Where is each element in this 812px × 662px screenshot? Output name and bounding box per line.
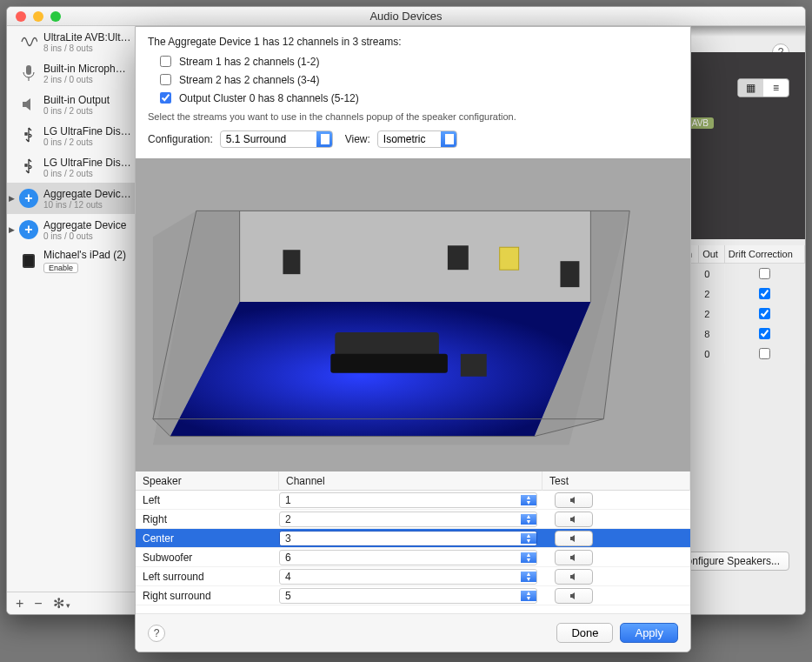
disclosure-triangle-icon[interactable]: ▶ xyxy=(9,194,15,203)
stream-checkbox[interactable] xyxy=(160,56,171,67)
channel-value: 4 xyxy=(280,571,521,583)
stepper-caret-icon[interactable]: ▲▼ xyxy=(521,572,536,582)
svg-rect-2 xyxy=(24,256,33,266)
test-speaker-button[interactable] xyxy=(555,512,593,527)
configuration-select[interactable]: 5.1 Surround xyxy=(220,130,333,148)
grid-view-icon[interactable]: ▦ xyxy=(738,79,763,97)
device-name: UltraLite AVB:UltraLite xyxy=(43,31,131,43)
speaker-row[interactable]: Right2▲▼ xyxy=(136,510,690,529)
device-name: Michael's iPad (2) xyxy=(43,249,126,261)
view-mode-toggle[interactable]: ▦ ≡ xyxy=(737,78,789,97)
channel-select[interactable]: 4▲▼ xyxy=(279,569,537,585)
device-list-item[interactable]: Built-in Output0 ins / 2 outs xyxy=(7,89,136,120)
usb-icon xyxy=(19,157,38,177)
channel-select[interactable]: 5▲▼ xyxy=(279,588,537,604)
speaker-row[interactable]: Right surround5▲▼ xyxy=(136,586,690,605)
test-speaker-button[interactable] xyxy=(555,588,593,604)
speaker-configuration-sheet: The Aggregate Device 1 has 12 channels i… xyxy=(135,26,691,652)
table-row[interactable]: 02 xyxy=(681,304,805,324)
device-actions-menu[interactable]: ✻ xyxy=(53,595,70,612)
channel-select[interactable]: 2▲▼ xyxy=(279,512,537,527)
remove-device-button[interactable]: − xyxy=(34,596,42,612)
device-name: LG UltraFine Display xyxy=(43,125,131,137)
speaker-name-cell: Right xyxy=(136,513,279,525)
device-list-item[interactable]: ▶+Aggregate Device0 ins / 0 outs xyxy=(7,214,136,245)
out-cell: 2 xyxy=(699,304,725,324)
device-io-text: 10 ins / 12 outs xyxy=(43,200,131,210)
device-name: LG UltraFine Display xyxy=(43,157,131,169)
test-speaker-button[interactable] xyxy=(555,569,593,585)
device-io-text: 0 ins / 0 outs xyxy=(43,231,126,241)
stepper-caret-icon[interactable]: ▲▼ xyxy=(521,591,536,601)
drift-checkbox[interactable] xyxy=(759,328,770,339)
speaker-name-cell: Left surround xyxy=(136,571,279,583)
wave-icon xyxy=(19,32,38,51)
sheet-heading: The Aggregate Device 1 has 12 channels i… xyxy=(148,36,678,48)
sheet-help-button[interactable]: ? xyxy=(148,625,165,642)
usb-icon xyxy=(19,126,38,145)
col-speaker[interactable]: Speaker xyxy=(136,471,279,491)
device-io-text: 0 ins / 2 outs xyxy=(43,106,110,116)
sidebar-action-bar: + − ✻ xyxy=(7,592,136,614)
speaker-row[interactable]: Center3▲▼ xyxy=(136,529,690,548)
device-list: UltraLite AVB:UltraLite8 ins / 8 outsBui… xyxy=(7,26,136,592)
view-select[interactable]: Isometric xyxy=(377,130,457,148)
table-row[interactable]: 20 xyxy=(681,264,805,284)
list-view-icon[interactable]: ≡ xyxy=(763,79,789,97)
device-io-text: 2 ins / 0 outs xyxy=(43,75,131,84)
mic-icon xyxy=(19,64,38,83)
disclosure-triangle-icon[interactable]: ▶ xyxy=(9,225,15,234)
speaker-room-3d-view[interactable] xyxy=(136,158,690,471)
device-list-item[interactable]: LG UltraFine Display0 ins / 2 outs xyxy=(7,151,136,183)
stream-checkbox[interactable] xyxy=(160,92,171,104)
device-list-item[interactable]: LG UltraFine Display0 ins / 2 outs xyxy=(7,120,136,151)
test-speaker-button[interactable] xyxy=(555,492,593,508)
enable-device-button[interactable]: Enable xyxy=(43,263,78,273)
device-io-text: 0 ins / 2 outs xyxy=(43,169,131,178)
sheet-footer: ? Done Apply xyxy=(136,613,690,652)
table-row[interactable]: 88 xyxy=(681,324,805,344)
stream-checkbox[interactable] xyxy=(160,74,171,85)
channel-select[interactable]: 6▲▼ xyxy=(279,550,537,565)
test-speaker-button[interactable] xyxy=(555,531,593,546)
table-row[interactable]: 10 xyxy=(681,344,805,364)
stepper-caret-icon[interactable]: ▲▼ xyxy=(521,495,536,505)
stream-label: Stream 1 has 2 channels (1-2) xyxy=(179,56,319,68)
speaker-icon xyxy=(19,95,38,114)
speaker-row[interactable]: Subwoofer6▲▼ xyxy=(136,548,690,567)
device-list-item[interactable]: UltraLite AVB:UltraLite8 ins / 8 outs xyxy=(7,26,136,57)
device-list-item[interactable]: Michael's iPad (2)Enable xyxy=(7,245,136,277)
stream-checkbox-row[interactable]: Stream 1 has 2 channels (1-2) xyxy=(156,53,678,70)
drift-checkbox[interactable] xyxy=(759,308,770,319)
channel-value: 3 xyxy=(280,532,521,545)
test-speaker-button[interactable] xyxy=(555,550,593,565)
col-out[interactable]: Out xyxy=(699,245,725,264)
stepper-caret-icon[interactable]: ▲▼ xyxy=(521,552,536,563)
col-test[interactable]: Test xyxy=(542,471,690,491)
stream-checkbox-row[interactable]: Stream 2 has 2 channels (3-4) xyxy=(156,71,678,88)
stepper-caret-icon[interactable]: ▲▼ xyxy=(521,514,536,525)
drift-checkbox[interactable] xyxy=(759,268,770,279)
channel-select[interactable]: 3▲▼ xyxy=(279,531,537,546)
speaker-row[interactable]: Left1▲▼ xyxy=(136,491,690,510)
table-row[interactable]: 02 xyxy=(681,284,805,304)
drift-checkbox[interactable] xyxy=(759,348,770,359)
plus-icon: + xyxy=(19,189,38,208)
add-device-button[interactable]: + xyxy=(16,596,23,612)
channel-select[interactable]: 1▲▼ xyxy=(279,492,537,508)
stream-label: Output Cluster 0 has 8 channels (5-12) xyxy=(179,92,359,104)
device-list-item[interactable]: Built-in Microphone2 ins / 0 outs xyxy=(7,57,136,89)
speaker-row[interactable]: Left surround4▲▼ xyxy=(136,567,690,586)
out-cell: 0 xyxy=(699,264,725,284)
apply-button[interactable]: Apply xyxy=(620,623,678,643)
col-channel[interactable]: Channel xyxy=(279,471,542,491)
stepper-caret-icon[interactable]: ▲▼ xyxy=(521,533,536,544)
device-list-item[interactable]: ▶+Aggregate Device 110 ins / 12 outs xyxy=(7,183,136,214)
speaker-table-header: Speaker Channel Test xyxy=(136,471,690,491)
svg-rect-10 xyxy=(448,245,469,270)
done-button[interactable]: Done xyxy=(556,623,613,643)
drift-checkbox[interactable] xyxy=(759,288,770,299)
stream-checkbox-row[interactable]: Output Cluster 0 has 8 channels (5-12) xyxy=(156,90,678,106)
window-title: Audio Devices xyxy=(7,10,805,23)
col-drift[interactable]: Drift Correction xyxy=(724,245,804,264)
